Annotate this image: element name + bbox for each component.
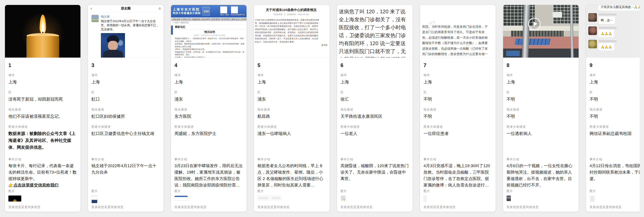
- field-value: 上海: [174, 78, 243, 85]
- field-image: 图片: [92, 189, 160, 205]
- field-value: 不明: [590, 96, 640, 102]
- field-label: 地址描述: [590, 108, 640, 113]
- field-city: 城市 上海: [506, 73, 575, 90]
- field-value: 虹口区妇幼保健所: [92, 113, 160, 120]
- field-value: 上海: [8, 78, 77, 85]
- attachment-thumbnail-document[interactable]: [258, 196, 270, 200]
- field-value: 上海: [590, 78, 640, 85]
- field-value: 数据来源：被删除的公众号文章《上海逝者》及其评论区、各种社交媒体、网友提供信息。: [8, 130, 77, 151]
- record-cover-weibo-text: 微博 微博 医院。当时有些低烧，但是发热门诊在消杀，于 是在门口的黑夜里等待了很…: [420, 5, 496, 58]
- field-label: 死者大体描述: [8, 125, 77, 130]
- document-title: 关于对浦东120急救中心的调查情况: [255, 8, 328, 12]
- field-label: 地址描述: [340, 108, 409, 113]
- record-cover-hospital-site: 上海市东方医院 同济大学附属东方医院 100 微信二维码 患者移动服务平台 名医…: [171, 5, 246, 58]
- record-card[interactable]: ‹ 朋友圈 ⎙ 钱文雄 钱文雄于2022年4月12日下午一点十九分去世。疫情期间…: [88, 5, 164, 212]
- field-label: 直接信息还是间接信息: [258, 205, 326, 210]
- field-info-type: 直接信息还是间接信息: [506, 205, 575, 212]
- field-info-type: 直接信息还是间接信息: [590, 205, 640, 212]
- field-label: 区: [92, 90, 160, 96]
- field-info-type: 直接信息还是间接信息: [424, 205, 492, 212]
- gallery-view: 1 城市 上海 区 没有死于新冠，却因新冠而死 地址描述 他们不应该被漠视甚至忘…: [0, 0, 640, 217]
- field-address: 地址描述 他们不应该被漠视甚至忘记。: [8, 108, 77, 125]
- field-label: 死者大体描述: [590, 125, 640, 130]
- field-district: 区 浦东: [258, 90, 326, 108]
- field-label: 地址描述: [506, 108, 575, 113]
- record-card[interactable]: 上海市东方医院 同济大学附属东方医院 100 微信二维码 患者移动服务平台 名医…: [171, 5, 247, 212]
- field-label: 事件介绍: [92, 158, 160, 163]
- field-value: 天平路街道永康居民区: [340, 113, 409, 120]
- record-card[interactable]: 迷病危了叫 120，120 来了说 全上海发热门诊都关了，没有 医院接收，打了一…: [337, 5, 413, 212]
- record-card[interactable]: 微博 微博 医院。当时有些低烧，但是发热门诊在消杀，于 是在门口的黑夜里等待了很…: [420, 5, 496, 212]
- field-deceased: 死者大体描述 周盛妮，东方医院护士: [174, 125, 243, 158]
- field-event: 事件介绍 4月3日突感不适，晚上19:30叫了120急救。当时面临全员核酸，三甲…: [424, 158, 492, 189]
- attachment-thumbnail-video[interactable]: [506, 196, 511, 201]
- field-label: 事件介绍: [590, 158, 640, 163]
- field-district: 区 不明: [590, 90, 640, 108]
- field-city: 城市 上海: [174, 73, 243, 90]
- attachment-thumbnail-document[interactable]: [271, 196, 281, 200]
- field-deceased: 死者大体描述 数据来源：被删除的公众号文章《上海逝者》及其评论区、各种社交媒体、…: [8, 125, 77, 158]
- field-image: 图片: [424, 189, 492, 205]
- field-deceased: 死者大体描述 一位老人: [340, 125, 409, 158]
- attachment-thumbnail-chat[interactable]: [590, 196, 595, 202]
- field-value: 不明: [424, 113, 492, 120]
- qr-caption: 微信二维码: [220, 13, 229, 16]
- field-label: 区: [174, 90, 243, 96]
- field-district: 区 不明: [506, 90, 575, 108]
- submit-info-link[interactable]: 👉点击这里提交信息给我们: [8, 182, 77, 189]
- field-label: 城市: [258, 73, 326, 78]
- chat-username-blurred: [598, 27, 617, 29]
- site-nav[interactable]: 名医名家 | 科室介绍 | 党建园地 | 医政管理 | 医学教育 | 医学研究 …: [171, 17, 246, 21]
- field-value: 上海: [424, 78, 492, 85]
- field-value: 一位老人: [340, 130, 409, 137]
- field-value: 不明: [506, 113, 575, 120]
- hospital-banner: 上海市东方医院 同济大学附属东方医院 100 微信二维码 患者移动服务平台: [171, 5, 246, 17]
- field-label: 城市: [424, 73, 492, 78]
- attachment-thumbnail-text[interactable]: [424, 196, 426, 202]
- record-card[interactable]: 关于对浦东120急救中心的调查情况 【信息来源：】【信息时间：2022-03-3…: [254, 5, 330, 212]
- qr-caption: 患者移动服务平台: [231, 13, 245, 16]
- field-event: 事件介绍 根据患者女儿公布的时间线，早上 8 点，其父哮喘发作、晕倒。随后，小区…: [258, 158, 326, 189]
- field-label: 地址描述: [424, 108, 492, 113]
- photo-scarf: [103, 50, 123, 58]
- field-value: 4月6日的一个视频，一位女性在撕心裂肺地哭泣。据视频描述，她的亲人要做透析，出不…: [506, 163, 575, 189]
- field-district: 区 徐汇: [340, 90, 409, 108]
- attachment-thumbnail-wechat[interactable]: [92, 196, 98, 203]
- field-label: 区: [424, 90, 492, 96]
- field-value: 4月12日传出消息，韦桂国因脑溢血、封控期间联系救治未果，于家中病逝。: [590, 163, 640, 182]
- field-label: 事件介绍: [8, 158, 77, 163]
- field-value: 浦东: [174, 96, 243, 102]
- field-info-type: 直接信息还是间接信息: [258, 205, 326, 212]
- notice-title: 情况说明: [175, 30, 244, 34]
- building-sill: [503, 26, 578, 31]
- field-value: 钱文雄于2022年4月12日下午一点十九分自杀: [92, 163, 160, 176]
- field-value: 高烧昏迷，核酸阴，120来了说发热门诊关了。无奈在家中降温，在昏迷中离世。: [340, 163, 409, 182]
- field-label: 事件介绍: [258, 158, 326, 163]
- attachment-thumbnail-candle[interactable]: [8, 196, 21, 202]
- field-label: 图片: [92, 189, 160, 195]
- play-button-icon[interactable]: [528, 18, 540, 30]
- record-card[interactable]: 8 城市 上海 区 不明 地址描述 不明 死者大体描述 一位透析病人: [503, 5, 579, 212]
- field-label: 城市: [8, 73, 77, 78]
- field-value: 网络信息: [92, 210, 160, 212]
- anniversary-badge: 100: [202, 7, 210, 15]
- field-deceased: 死者大体描述 虹口区卫健委信息中心主任钱文雄: [92, 125, 160, 158]
- chat-message: 啊，这⋯: [598, 16, 615, 24]
- attachment-thumbnail-text[interactable]: [340, 196, 346, 201]
- record-number: 8: [506, 58, 575, 73]
- attachment-thumbnail-webpage[interactable]: [174, 196, 188, 201]
- field-label: 事件介绍: [174, 158, 243, 163]
- field-label: 区: [506, 90, 575, 96]
- field-value: 根据患者女儿公布的时间线，早上 8 点，其父哮喘发作、晕倒。随后，小区 2 名做…: [258, 163, 326, 189]
- field-address: 地址描述 虹口区妇幼保健所: [92, 108, 160, 125]
- field-label: 死者大体描述: [506, 125, 575, 130]
- field-address: 地址描述 不明: [590, 108, 640, 125]
- field-image: 图片: [340, 189, 409, 205]
- weibo-text: 医院。当时有些低烧，但是发热门诊在消杀，于 是在门口的黑夜里等待了很久。可是由于…: [422, 25, 488, 58]
- field-label: 直接信息还是间接信息: [8, 205, 77, 210]
- record-card[interactable]: 只有其女儿眼见其病逝⋯🙏🙏 啊，这⋯ 🙏🙏🙏: [586, 5, 640, 212]
- avatar: [588, 40, 597, 48]
- record-card[interactable]: 1 城市 上海 区 没有死于新冠，却因新冠而死 地址描述 他们不应该被漠视甚至忘…: [5, 5, 81, 212]
- field-label: 区: [340, 90, 409, 96]
- chat-message: 只有其女儿眼见其病逝⋯🙏🙏: [598, 5, 640, 10]
